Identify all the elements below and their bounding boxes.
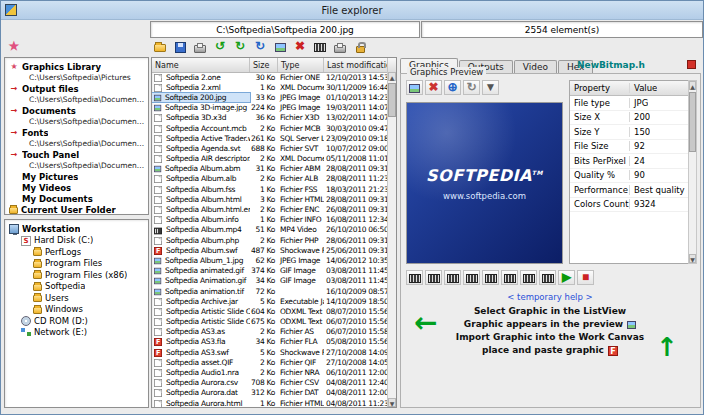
options-button[interactable]: ▼ [482, 80, 499, 95]
library-item-documents[interactable]: →Documents [5, 105, 148, 116]
file-row-softpedia-3d-image-jpg[interactable]: Softpedia 3D-image.jpg224 KoJPEG Image19… [152, 103, 387, 113]
file-row-softpedia-as3-swf[interactable]: Softpedia AS3.swf5 KoShockwave Flash...2… [152, 347, 387, 357]
file-list-scrollbar[interactable]: ▲ ▼ [387, 72, 396, 407]
file-row-softpedia-album-swf[interactable]: Softpedia Album.swf487 KoShockwave Flash… [152, 245, 387, 255]
properties-scrollbar[interactable]: ▲ ▼ [688, 80, 697, 264]
library-item-current-user-folder[interactable]: Current User Folder [5, 204, 148, 215]
folder-item-cd-rom-d[interactable]: CD ROM (D:) [5, 315, 148, 327]
library-item-touch-panel[interactable]: →Touch Panel [5, 149, 148, 160]
movie-button[interactable] [311, 38, 329, 55]
history-button[interactable]: ↻ [463, 80, 480, 95]
library-item-my-pictures[interactable]: My Pictures [5, 171, 148, 182]
stop-button[interactable]: ■ [577, 270, 594, 285]
props-scroll-up-icon[interactable]: ▲ [689, 81, 696, 90]
props-scroll-down-icon[interactable]: ▼ [689, 254, 696, 263]
frame-2-button[interactable] [425, 270, 442, 285]
folder-item-windows[interactable]: Windows [5, 304, 148, 316]
file-row-softpedia-active-trader-wrk[interactable]: Softpedia Active Trader.wrk261 KoSQL Ser… [152, 133, 387, 143]
column-header-size[interactable]: Size [250, 58, 278, 72]
file-row-softpedia-album-info[interactable]: Softpedia Album.info1 KoFichier INFO16/0… [152, 215, 387, 225]
library-item-my-documents[interactable]: My Documents [5, 193, 148, 204]
file-row-softpedia-asset-qif[interactable]: Softpedia asset.QIF2 KoFichier QIF27/10/… [152, 357, 387, 367]
back-button[interactable]: ↺ [211, 38, 229, 55]
frame-3-button[interactable] [444, 270, 461, 285]
library-item-path[interactable]: C:\Users\Softpedia\Documen... [5, 160, 148, 171]
file-row-softpedia-artistic-slide-coll[interactable]: Softpedia Artistic Slide Coll...604 KoOD… [152, 306, 387, 316]
frame-1-button[interactable] [406, 270, 423, 285]
file-row-softpedia-aurora-dat[interactable]: Softpedia Aurora.dat312 KoFichier DAT04/… [152, 388, 387, 398]
refresh-button[interactable]: ↻ [251, 38, 269, 55]
scroll-down-icon[interactable]: ▼ [388, 398, 396, 407]
file-row-softpedia-album-html[interactable]: Softpedia Album.html3 KoFichier HTML28/0… [152, 194, 387, 204]
file-row-softpedia-aurora-html[interactable]: Softpedia Aurora.html1 KoFichier HTML04/… [152, 398, 387, 407]
file-row-softpedia-album-fss[interactable]: Softpedia Album.fss1 KoFichier FSS18/03/… [152, 184, 387, 194]
file-row-softpedia-2-one[interactable]: Softpedia 2.one30 KoFichier ONE12/10/201… [152, 72, 387, 82]
file-row-softpedia-3d-x3d[interactable]: Softpedia 3D.x3d36 KoFichier X3D13/02/20… [152, 113, 387, 123]
folder-item-workstation[interactable]: Workstation [5, 223, 148, 235]
forward-button[interactable]: ↻ [231, 38, 249, 55]
file-row-softpedia-as3-fla[interactable]: Softpedia AS3.fla34 KoFichier FLA05/08/2… [152, 337, 387, 347]
library-item-path[interactable]: C:\Users\Softpedia\Documen... [5, 94, 148, 105]
folder-item-hard-disk-c[interactable]: Hard Disk (C:) [5, 235, 148, 247]
frame-8-button[interactable] [539, 270, 556, 285]
file-row-softpedia-album-html-enc[interactable]: Softpedia Album.html.enc2 KoFichier ENC2… [152, 204, 387, 214]
export-image-button[interactable] [271, 38, 289, 55]
open-folder-button[interactable] [151, 38, 169, 55]
library-item-path[interactable]: C:\Users\Softpedia\Pictures [5, 72, 148, 83]
delete-button[interactable]: ✖ [291, 38, 309, 55]
file-row-softpedia-artistic-slide-coll[interactable]: Softpedia Artistic Slide Coll...675 KoOD… [152, 317, 387, 327]
file-row-softpedia-album-alb[interactable]: Softpedia Album.alb2 KoFichier ALB28/08/… [152, 174, 387, 184]
panel-pin-icon[interactable] [687, 60, 696, 69]
tab-video[interactable]: Video [514, 60, 557, 73]
file-row-softpedia-account-mcb[interactable]: Softpedia Account.mcb2 KoFichier MCB30/0… [152, 123, 387, 133]
frame-4-button[interactable] [463, 270, 480, 285]
file-row-softpedia-as3-as[interactable]: Softpedia AS3.as2 KoFichier AS06/07/2010… [152, 327, 387, 337]
scroll-thumb[interactable] [388, 83, 396, 117]
file-row-softpedia-2-xml[interactable]: Softpedia 2.xml1 KoXML Document30/11/200… [152, 82, 387, 92]
column-header-name[interactable]: Name [152, 58, 250, 72]
library-item-output-files[interactable]: →Output files [5, 83, 148, 94]
file-row-softpedia-archive-jar[interactable]: Softpedia Archive.jar5 KoExecutable Jar … [152, 296, 387, 306]
file-row-softpedia-animated-gif[interactable]: Softpedia animated.gif374 KoGIF Image03/… [152, 266, 387, 276]
folder-item-program-files-x86[interactable]: Program Files (x86) [5, 269, 148, 281]
security-button[interactable] [351, 38, 369, 55]
file-row-softpedia-aurora-csv[interactable]: Softpedia Aurora.csv708 KoFichier CSV04/… [152, 378, 387, 388]
column-header-last-modification[interactable]: Last modification [324, 58, 388, 72]
library-item-path[interactable]: C:\Users\Softpedia\Documen... [5, 138, 148, 149]
frame-5-button[interactable] [482, 270, 499, 285]
save-button[interactable] [171, 38, 189, 55]
file-row-softpedia-animation-tif[interactable]: Softpedia animation.tif72 Ko16/10/2009 0… [152, 286, 387, 296]
print-preview-button[interactable] [331, 38, 349, 55]
graphic-button[interactable] [406, 80, 423, 95]
column-header-type[interactable]: Type [278, 58, 324, 72]
file-row-softpedia-album-abm[interactable]: Softpedia Album.abm31 KoFichier ABM28/08… [152, 164, 387, 174]
file-row-softpedia-200-jpg[interactable]: Softpedia 200.jpg33 KoJPEG Image01/10/20… [152, 92, 387, 102]
cut-button[interactable]: ✖ [425, 80, 442, 95]
folder-item-softpedia[interactable]: Softpedia [5, 281, 148, 293]
library-item-my-videos[interactable]: My Videos [5, 182, 148, 193]
scroll-up-icon[interactable]: ▲ [388, 72, 396, 81]
newbitmap-link[interactable]: NewBitmap.h [577, 60, 645, 70]
file-row-softpedia-audio1-nra[interactable]: Softpedia Audio1.nra2 KoFichier NRA06/10… [152, 367, 387, 377]
file-row-softpedia-album-1-jpg[interactable]: Softpedia Album_1.jpg62 KoJPEG Image14/0… [152, 255, 387, 265]
file-row-softpedia-album-mp4[interactable]: Softpedia Album.mp451 KoMP4 Video26/10/2… [152, 225, 387, 235]
file-row-softpedia-agenda-svt[interactable]: Softpedia Agenda.svt688 KoFichier SVT10/… [152, 143, 387, 153]
library-item-fonts[interactable]: →Fonts [5, 127, 148, 138]
zoom-button[interactable]: ⊕ [444, 80, 461, 95]
folder-item-perflogs[interactable]: PerfLogs [5, 246, 148, 258]
frame-7-button[interactable] [520, 270, 537, 285]
props-scroll-thumb[interactable] [689, 92, 696, 152]
library-item-path[interactable]: C:\Users\Softpedia\Documen... [5, 116, 148, 127]
file-row-softpedia-animation-gif[interactable]: Softpedia Animation.gif34 KoGIF Image03/… [152, 276, 387, 286]
frame-6-button[interactable] [501, 270, 518, 285]
play-button[interactable]: ▶ [558, 270, 575, 285]
folder-item-program-files[interactable]: Program Files [5, 258, 148, 270]
file-name: Softpedia Album.html.enc [166, 205, 250, 214]
folder-item-network-e[interactable]: Network (E:) [5, 327, 148, 339]
favorites-button[interactable]: ★ [5, 38, 23, 55]
print-button[interactable] [191, 38, 209, 55]
library-item-graphics-library[interactable]: ★Graphics Library [5, 61, 148, 72]
file-row-softpedia-air-descriptor-xml[interactable]: Softpedia AIR descriptor.xml2 KoXML Docu… [152, 154, 387, 164]
file-row-softpedia-album-php[interactable]: Softpedia Album.php2 KoFichier PHP28/06/… [152, 235, 387, 245]
folder-item-users[interactable]: Users [5, 292, 148, 304]
